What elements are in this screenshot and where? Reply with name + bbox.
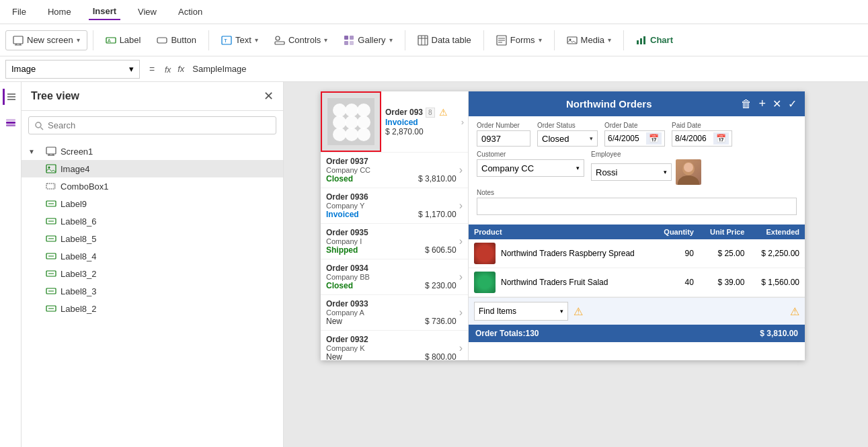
data-table-container: Product Quantity Unit Price Extended — [469, 225, 805, 360]
tree-item-image4[interactable]: Image4 — [22, 160, 283, 177]
close-icon[interactable]: ✕ — [773, 97, 781, 110]
detail-form: Order Number 0937 Order Status Closed ▾ … — [469, 116, 805, 225]
delete-icon[interactable]: 🗑 — [741, 98, 752, 110]
tree-close-button[interactable]: ✕ — [264, 89, 274, 104]
text-chevron: ▾ — [255, 36, 258, 44]
controls-button[interactable]: Controls ▾ — [268, 31, 334, 50]
media-btn-label: Media — [581, 35, 604, 45]
label-button[interactable]: A Label — [99, 31, 148, 50]
customer-label: Customer — [477, 151, 584, 158]
order-totals-amount: $ 3,810.00 — [760, 329, 798, 338]
tree-item-label8-2[interactable]: Label8_2 — [22, 300, 283, 317]
label-tree-icon4 — [46, 251, 56, 261]
check-icon[interactable]: ✓ — [788, 97, 797, 110]
form-row-2: Customer Company CC ▾ Employee — [477, 151, 797, 185]
find-items-select[interactable]: Find Items ▾ — [474, 302, 568, 321]
svg-rect-0 — [13, 36, 23, 44]
order-0933-number: Order 0933 — [326, 299, 457, 309]
chart-button[interactable]: Chart — [629, 31, 680, 50]
gallery-chevron-0935: › — [459, 235, 463, 247]
tree-item-screen1[interactable]: ▼ Screen1 — [22, 143, 283, 160]
search-input[interactable] — [48, 120, 270, 130]
order-0934-number: Order 0934 — [326, 263, 457, 273]
gallery-item-0938[interactable]: Order 093 8 ⚠ Company B Invoiced $ 2,870… — [321, 91, 468, 153]
tree-item-label8-4[interactable]: Label8_4 — [22, 247, 283, 265]
gallery-item-0934[interactable]: Order 0934 Company BB Closed $ 230.00 › — [321, 259, 468, 295]
formula-value[interactable]: SampleImage — [188, 63, 863, 75]
svg-text:T: T — [224, 38, 227, 44]
menu-file[interactable]: File — [8, 4, 30, 19]
order-totals-label: Order Totals: — [475, 329, 525, 338]
label-tree-icon3 — [46, 233, 56, 244]
menu-home[interactable]: Home — [44, 4, 75, 19]
controls-chevron: ▾ — [324, 36, 327, 44]
field-order-date: Order Date 6/4/2005 📅 — [604, 122, 665, 147]
order-number-value[interactable]: 0937 — [477, 130, 530, 147]
hamburger-icon[interactable] — [3, 89, 19, 105]
gallery-item-0937[interactable]: Order 0937 Company CC Closed $ 3,810.00 … — [321, 153, 468, 188]
customer-select[interactable]: Company CC ▾ — [477, 159, 584, 177]
order-totals-row: Order Totals: 130 $ 3,810.00 — [469, 325, 805, 342]
tree-item-label8-6[interactable]: Label8_6 — [22, 212, 283, 230]
order-0934-bottom: Closed $ 230.00 — [326, 281, 457, 290]
order-status-select[interactable]: Closed ▾ — [537, 130, 598, 147]
gallery-0938-status: Invoiced — [385, 118, 464, 127]
order-0936-bottom: Invoiced $ 1,170.00 — [326, 210, 457, 219]
field-customer: Customer Company CC ▾ — [477, 151, 584, 177]
gallery-item-0935-info: Order 0935 Company I Shipped $ 606.50 — [326, 228, 457, 255]
order-0934-company: Company BB — [326, 273, 457, 281]
formula-bar: Image ▾ = fx fx SampleImage — [0, 56, 868, 82]
menu-insert[interactable]: Insert — [89, 3, 120, 20]
svg-rect-38 — [46, 165, 56, 173]
tree-item-label3-2-label: Label3_2 — [61, 269, 97, 279]
tree-item-label8-5[interactable]: Label8_5 — [22, 230, 283, 247]
field-employee: Employee Rossi ▾ — [591, 151, 701, 185]
notes-input[interactable] — [477, 198, 797, 215]
formula-fx-btn[interactable]: fx fx — [164, 64, 184, 75]
table-row-2[interactable]: Northwind Traders Fruit Salad 40 $ 39.00… — [469, 268, 805, 297]
menu-view[interactable]: View — [134, 4, 161, 19]
controls-icon — [274, 35, 285, 46]
add-icon[interactable]: + — [758, 97, 766, 111]
label-tree-icon7 — [46, 303, 56, 314]
text-button[interactable]: T Text ▾ — [214, 31, 265, 50]
svg-rect-11 — [350, 41, 354, 45]
gallery-item-0933[interactable]: Order 0933 Company A New $ 736.00 › — [321, 295, 468, 331]
fx-icon: fx — [164, 64, 175, 75]
order-status-chevron: ▾ — [590, 135, 593, 142]
tree-item-label8-3[interactable]: Label8_3 — [22, 282, 283, 300]
tree-header: Tree view ✕ — [22, 82, 283, 111]
new-screen-button[interactable]: New screen ▾ — [5, 30, 87, 50]
employee-select[interactable]: Rossi ▾ — [591, 163, 672, 181]
gallery-0938-amount: $ 2,870.00 — [385, 127, 464, 136]
tree-item-label3-2[interactable]: Label3_2 — [22, 265, 283, 282]
tree-item-combobox1[interactable]: ComboBox1 — [22, 177, 283, 195]
forms-icon — [496, 35, 507, 46]
order-date-input[interactable]: 6/4/2005 📅 — [604, 130, 665, 147]
order-date-value: 6/4/2005 — [608, 134, 639, 143]
layers-icon[interactable] — [3, 116, 19, 132]
new-screen-icon — [13, 35, 24, 46]
gallery-button[interactable]: Gallery ▾ — [337, 31, 399, 50]
formula-selector[interactable]: Image ▾ — [5, 60, 140, 79]
media-chevron: ▾ — [608, 36, 611, 44]
gallery-item-0935[interactable]: Order 0935 Company I Shipped $ 606.50 › — [321, 224, 468, 259]
svg-rect-24 — [643, 36, 645, 44]
table-row-1[interactable]: Northwind Traders Raspberry Spread 90 $ … — [469, 239, 805, 268]
paid-date-input[interactable]: 8/4/2006 📅 — [672, 130, 732, 147]
data-table-button[interactable]: Data table — [411, 31, 478, 50]
menu-action[interactable]: Action — [174, 4, 206, 19]
tree-item-label9[interactable]: Label9 — [22, 195, 283, 212]
order-0935-company: Company I — [326, 237, 457, 245]
label-tree-icon5 — [46, 268, 56, 279]
svg-point-68 — [684, 163, 693, 172]
field-order-status: Order Status Closed ▾ — [537, 122, 598, 147]
gallery-item-0932[interactable]: Order 0932 Company K New $ 800.00 › — [321, 331, 468, 360]
order-0936-amount: $ 1,170.00 — [418, 210, 457, 219]
gallery-item-0936[interactable]: Order 0936 Company Y Invoiced $ 1,170.00… — [321, 188, 468, 224]
media-button[interactable]: Media ▾ — [560, 31, 618, 50]
forms-button[interactable]: Forms ▾ — [489, 31, 549, 50]
controls-btn-label: Controls — [288, 35, 321, 45]
button-button[interactable]: Button — [150, 31, 203, 50]
svg-rect-9 — [350, 36, 354, 40]
